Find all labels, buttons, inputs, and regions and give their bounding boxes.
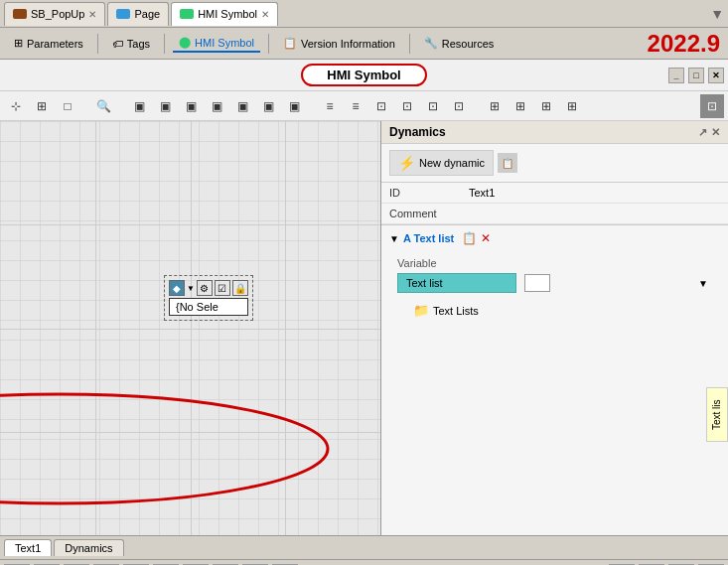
toolbar-resources[interactable]: 🔧 Resources: [418, 35, 501, 52]
id-value: Text1: [469, 187, 720, 199]
element-text-btn[interactable]: ☑: [215, 280, 230, 296]
dropdown-arrow: ▼: [698, 278, 708, 289]
dynamics-title: Dynamics: [389, 125, 446, 139]
id-field-row: ID Text1: [381, 183, 728, 204]
dist-tool-4[interactable]: ⊡: [447, 94, 471, 118]
layout-tool[interactable]: ⊞: [483, 94, 507, 118]
search-tool[interactable]: 🔍: [91, 94, 115, 118]
hmi-symbol-label: HMI Symbol: [195, 37, 254, 49]
select-tool[interactable]: ⊹: [4, 94, 28, 118]
copy-section-icon[interactable]: 📋: [462, 231, 477, 245]
resources-icon: 🔧: [424, 37, 438, 50]
tab-dynamics[interactable]: Dynamics: [54, 539, 123, 556]
tab-icon-page: [116, 9, 130, 19]
dynamics-panel: Dynamics ↗ ✕ ⚡ New dynamic 📋 ID Text1 Co…: [380, 121, 728, 535]
parameters-icon: ⊞: [14, 37, 23, 50]
minimize-button[interactable]: _: [668, 68, 684, 83]
layout-tool-3[interactable]: ⊞: [534, 94, 558, 118]
tool-1[interactable]: ▣: [127, 94, 151, 118]
text-list-section: ▼ A Text list 📋 ✕ Variable Text list: [381, 224, 728, 332]
text-list-form-row: Text list ▼: [397, 273, 712, 293]
id-label: ID: [389, 187, 469, 199]
version-badge: 2022.9: [648, 30, 720, 58]
toolbar-tags[interactable]: 🏷 Tags: [106, 36, 156, 52]
tool-4[interactable]: ▣: [205, 94, 228, 118]
section-header: ▼ A Text list 📋 ✕: [389, 231, 720, 245]
toolbar-sep-2: [164, 34, 165, 54]
text-list-select-wrapper: ▼: [524, 274, 712, 292]
folder-icon: 📁: [413, 303, 429, 318]
tab-label-page: Page: [134, 8, 160, 20]
layout-tool-4[interactable]: ⊞: [560, 94, 584, 118]
expand-arrow-icon[interactable]: ▼: [389, 233, 399, 244]
align-tool[interactable]: ≡: [318, 94, 342, 118]
dist-tool[interactable]: ⊡: [369, 94, 393, 118]
hmi-toggle-icon: ⬤: [179, 36, 191, 49]
tab-arrow[interactable]: ▼: [710, 6, 724, 22]
maximize-button[interactable]: □: [688, 68, 704, 83]
canvas-area[interactable]: ◆ ▼ ⚙ ☑ 🔒 {No Sele: [0, 121, 380, 535]
text-lists-label: Text Lists: [433, 305, 479, 317]
dynamics-toolbar: ⚡ New dynamic 📋: [381, 144, 728, 183]
variable-group: Variable Text list ▼ 📁 Text Lists: [389, 251, 720, 326]
tab-sb-popup[interactable]: SB_PopUp ✕: [4, 2, 105, 26]
tool-7[interactable]: ▣: [282, 94, 306, 118]
text-list-dropdown[interactable]: [524, 274, 550, 292]
close-button[interactable]: ✕: [708, 68, 724, 83]
tab-dynamics-label: Dynamics: [65, 542, 112, 554]
variable-label: Variable: [397, 257, 712, 269]
tab-hmi-symbol[interactable]: HMI Symbol ✕: [171, 2, 278, 26]
grid-tool[interactable]: ⊞: [30, 94, 54, 118]
toolbar-sep-3: [268, 34, 269, 54]
new-dynamic-button[interactable]: ⚡ New dynamic: [389, 150, 494, 176]
resources-label: Resources: [442, 38, 495, 50]
window-title-bar: HMI Symbol _ □ ✕: [0, 60, 728, 91]
icon-toolbar: ⊹ ⊞ □ 🔍 ▣ ▣ ▣ ▣ ▣ ▣ ▣ ≡ ≡ ⊡ ⊡ ⊡ ⊡ ⊞ ⊞ ⊞ …: [0, 91, 728, 121]
layout-tool-2[interactable]: ⊞: [509, 94, 532, 118]
tool-6[interactable]: ▣: [256, 94, 280, 118]
settings-tool[interactable]: ⊡: [700, 94, 724, 118]
toolbar-version[interactable]: 📋 Version Information: [277, 35, 401, 52]
dropdown-arrow-icon[interactable]: ▼: [187, 284, 195, 293]
text-list-section-title: A Text list: [403, 232, 454, 244]
tab-close-sb[interactable]: ✕: [88, 9, 96, 20]
bottom-tabs: Text1 Dynamics: [0, 535, 728, 559]
delete-section-icon[interactable]: ✕: [481, 231, 491, 245]
text-list-input[interactable]: Text list: [397, 273, 516, 293]
text-lists-item[interactable]: 📁 Text Lists: [397, 299, 712, 322]
tab-label-sb: SB_PopUp: [31, 8, 84, 20]
comment-field-row: Comment: [381, 204, 728, 224]
window-title: HMI Symbol: [301, 64, 426, 86]
align-tool-2[interactable]: ≡: [344, 94, 367, 118]
window-controls: _ □ ✕: [668, 68, 724, 83]
toolbar-parameters[interactable]: ⊞ Parameters: [8, 35, 89, 52]
main-area: ◆ ▼ ⚙ ☑ 🔒 {No Sele Dynamics ↗ ✕ ⚡ New dy…: [0, 121, 728, 535]
canvas-element[interactable]: ◆ ▼ ⚙ ☑ 🔒 {No Sele: [164, 275, 253, 321]
copy-button[interactable]: 📋: [498, 153, 517, 173]
panel-close-btn[interactable]: ✕: [711, 126, 720, 139]
tab-page[interactable]: Page: [107, 2, 169, 26]
frame-tool[interactable]: □: [56, 94, 79, 118]
version-icon: 📋: [283, 37, 297, 50]
parameters-label: Parameters: [27, 38, 83, 50]
tab-close-hmi[interactable]: ✕: [261, 9, 269, 20]
dist-tool-2[interactable]: ⊡: [395, 94, 419, 118]
element-color-btn[interactable]: ◆: [169, 280, 185, 296]
tool-5[interactable]: ▣: [230, 94, 254, 118]
dist-tool-3[interactable]: ⊡: [421, 94, 445, 118]
element-gear-btn[interactable]: ⚙: [197, 280, 213, 296]
element-lock-btn[interactable]: 🔒: [232, 280, 248, 296]
panel-expand-btn[interactable]: ↗: [698, 126, 707, 139]
tab-text1[interactable]: Text1: [4, 539, 52, 556]
comment-label: Comment: [389, 208, 469, 219]
tags-label: Tags: [127, 38, 150, 50]
toolbar-hmi-symbol[interactable]: ⬤ HMI Symbol: [173, 34, 260, 53]
floating-tooltip: Text lis: [706, 387, 728, 442]
tool-3[interactable]: ▣: [179, 94, 203, 118]
tab-label-hmi: HMI Symbol: [198, 8, 257, 20]
tool-2[interactable]: ▣: [153, 94, 177, 118]
lightning-icon: ⚡: [398, 155, 415, 171]
panel-title-bar: Dynamics ↗ ✕: [381, 121, 728, 144]
new-dynamic-label: New dynamic: [419, 157, 485, 169]
section-actions: 📋 ✕: [462, 231, 491, 245]
